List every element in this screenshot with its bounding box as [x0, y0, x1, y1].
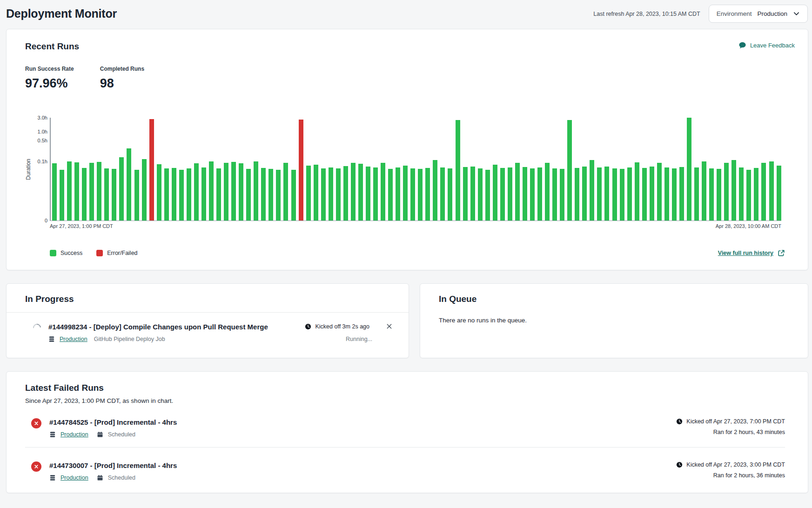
chart-bar-success[interactable] — [246, 169, 251, 221]
failed-run-environment-link[interactable]: Production — [60, 431, 88, 438]
chart-bar-success[interactable] — [314, 165, 318, 221]
chart-bar-success[interactable] — [456, 120, 460, 221]
chart-bar-success[interactable] — [306, 166, 311, 221]
chart-bar-success[interactable] — [650, 167, 654, 221]
chart-bar-success[interactable] — [231, 162, 236, 221]
chart-bar-success[interactable] — [89, 163, 94, 221]
chart-bar-success[interactable] — [590, 160, 594, 221]
chart-bar-success[interactable] — [418, 169, 423, 221]
chart-bar-success[interactable] — [739, 167, 744, 221]
chart-bar-success[interactable] — [530, 168, 535, 221]
chart-bar-success[interactable] — [321, 168, 326, 221]
chart-bar-success[interactable] — [657, 163, 662, 221]
chart-bar-success[interactable] — [276, 170, 281, 221]
chart-bar-success[interactable] — [134, 170, 139, 221]
chart-bar-success[interactable] — [575, 168, 579, 221]
chart-bar-success[interactable] — [470, 167, 475, 221]
chart-bar-success[interactable] — [329, 167, 333, 221]
chart-bar-success[interactable] — [746, 170, 751, 221]
chart-bar-success[interactable] — [672, 168, 677, 221]
chart-bar-success[interactable] — [216, 168, 221, 221]
chart-bar-success[interactable] — [508, 167, 512, 221]
chart-bar-success[interactable] — [620, 169, 624, 221]
chart-bar-success[interactable] — [515, 163, 520, 221]
chart-bar-success[interactable] — [687, 118, 691, 221]
chart-bar-success[interactable] — [702, 161, 706, 221]
chart-bar-success[interactable] — [142, 159, 147, 221]
chart-bar-success[interactable] — [52, 163, 57, 221]
chart-bar-success[interactable] — [268, 169, 273, 221]
chart-bar-success[interactable] — [761, 163, 766, 221]
chart-bar-success[interactable] — [60, 170, 64, 221]
close-icon[interactable] — [386, 323, 393, 330]
chart-bar-success[interactable] — [179, 170, 184, 221]
chart-bar-success[interactable] — [97, 162, 101, 221]
chart-bar-success[interactable] — [164, 168, 169, 221]
chart-bar-success[interactable] — [112, 169, 116, 221]
chart-bar-success[interactable] — [283, 163, 288, 221]
chart-bar-success[interactable] — [119, 157, 124, 221]
in-progress-environment-link[interactable]: Production — [60, 336, 87, 342]
chart-bar-success[interactable] — [201, 167, 206, 221]
chart-bar-success[interactable] — [582, 167, 587, 221]
chart-bar-success[interactable] — [172, 168, 176, 221]
chart-bar-success[interactable] — [104, 168, 109, 221]
chart-bar-success[interactable] — [777, 166, 781, 221]
chart-bar-success[interactable] — [709, 168, 714, 221]
chart-bar-success[interactable] — [291, 170, 296, 221]
chart-bar-success[interactable] — [604, 167, 609, 221]
chart-bar-success[interactable] — [396, 167, 400, 221]
chart-bar-success[interactable] — [82, 168, 87, 221]
chart-bar-success[interactable] — [425, 168, 430, 221]
chart-bar-success[interactable] — [545, 163, 550, 221]
chart-bar-success[interactable] — [679, 167, 684, 221]
chart-bar-success[interactable] — [224, 163, 228, 221]
chart-bar-success[interactable] — [597, 167, 602, 221]
chart-bar-success[interactable] — [239, 163, 243, 221]
chart-bar-success[interactable] — [731, 160, 736, 221]
chart-bar-success[interactable] — [448, 168, 452, 221]
chart-bar-success[interactable] — [388, 169, 393, 221]
leave-feedback-link[interactable]: Leave Feedback — [738, 41, 795, 49]
chart-bar-success[interactable] — [612, 168, 617, 221]
chart-bar-success[interactable] — [74, 162, 79, 221]
chart-bar-success[interactable] — [552, 168, 557, 221]
chart-bar-success[interactable] — [694, 167, 699, 221]
chart-bar-success[interactable] — [463, 167, 468, 221]
chart-bar-success[interactable] — [187, 168, 191, 221]
failed-run-environment-link[interactable]: Production — [60, 475, 88, 481]
chart-bar-success[interactable] — [410, 168, 415, 221]
chart-bar-success[interactable] — [478, 168, 483, 221]
chart-bar-success[interactable] — [373, 167, 378, 221]
chart-bar-failed[interactable] — [299, 120, 303, 221]
chart-bar-success[interactable] — [642, 168, 647, 221]
chart-bar-success[interactable] — [261, 168, 266, 221]
chart-bar-success[interactable] — [403, 166, 408, 221]
chart-bar-success[interactable] — [127, 148, 131, 221]
chart-bar-success[interactable] — [724, 163, 729, 221]
chart-bar-success[interactable] — [209, 161, 214, 221]
environment-dropdown[interactable]: Environment Production — [709, 5, 808, 23]
chart-bar-success[interactable] — [157, 164, 161, 221]
chart-bar-success[interactable] — [627, 167, 632, 221]
chart-bar-success[interactable] — [343, 166, 348, 221]
chart-bar-success[interactable] — [717, 169, 721, 221]
chart-bar-success[interactable] — [754, 168, 758, 221]
chart-bar-success[interactable] — [560, 169, 564, 221]
view-full-run-history-link[interactable]: View full run history — [718, 249, 785, 257]
chart-bar-success[interactable] — [664, 167, 669, 221]
chart-bar-success[interactable] — [493, 165, 497, 221]
chart-bar-success[interactable] — [433, 160, 437, 221]
chart-bar-success[interactable] — [523, 167, 527, 221]
chart-bar-success[interactable] — [194, 163, 199, 221]
chart-bar-success[interactable] — [366, 167, 370, 221]
chart-bar-success[interactable] — [67, 161, 72, 221]
chart-bar-success[interactable] — [537, 167, 542, 221]
chart-bar-success[interactable] — [769, 161, 774, 221]
chart-bar-success[interactable] — [635, 162, 639, 221]
chart-bar-success[interactable] — [567, 120, 572, 221]
chart-bar-success[interactable] — [351, 163, 356, 221]
chart-bar-failed[interactable] — [149, 119, 154, 221]
chart-bar-success[interactable] — [500, 168, 505, 221]
chart-bar-success[interactable] — [440, 167, 445, 221]
